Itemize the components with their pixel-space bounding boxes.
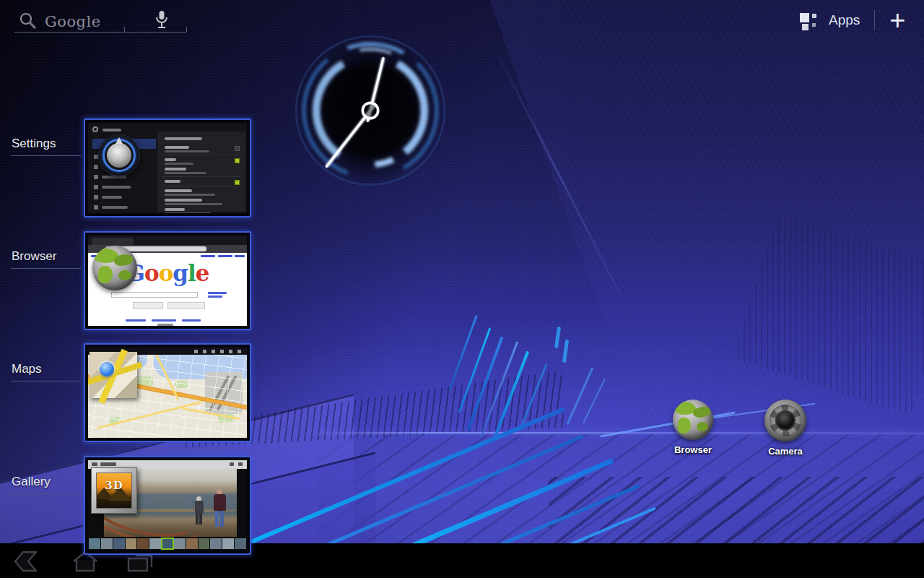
recent-underline [11,381,81,381]
apps-label: Apps [829,12,860,28]
add-widget-button[interactable]: + [889,9,905,31]
volume-knob [98,134,140,176]
gallery-app-icon: 3D [91,467,137,514]
maps-screen-preview [88,348,247,438]
underline-tick [186,27,187,32]
dock-shortcut-camera[interactable]: Camera [746,400,825,457]
settings-detail-panel [157,131,245,212]
apps-grid-icon [800,11,819,30]
back-icon [10,550,51,573]
recent-label-maps: Maps [12,362,42,376]
analog-clock-widget[interactable] [293,33,448,188]
underline-tick [124,27,125,32]
recent-thumbnail-browser[interactable]: Google [84,231,251,330]
dock-label-camera: Camera [746,446,825,457]
analog-clock-face [293,33,448,188]
google-search-widget[interactable]: Google [14,4,188,36]
dock-shortcut-browser[interactable]: Browser [653,400,733,455]
browser-globe-icon [673,400,713,440]
camera-icon [764,400,806,441]
apps-corner: Apps + [800,4,906,36]
recent-thumbnail-settings[interactable] [84,118,251,217]
honeycomb-home-screen: Google Apps + [0,0,924,578]
voice-search-button[interactable] [143,9,179,35]
search-underline [14,32,124,33]
recent-label-settings: Settings [12,137,56,151]
gallery-screen-preview: 3D [88,460,247,551]
recent-thumbnail-gallery[interactable]: 3D [84,456,251,555]
browser-globe-icon [92,246,137,290]
recent-underline [11,268,81,269]
mic-icon [155,10,168,30]
maps-app-icon [90,352,137,398]
recent-label-gallery: Gallery [12,475,51,489]
gallery-filmstrip [88,537,247,551]
browser-screen-preview: Google [88,236,247,326]
search-logo-text: Google [45,13,101,30]
settings-screen-preview [88,123,247,213]
recent-underline [11,155,81,156]
gallery-3d-label: 3D [97,479,131,492]
recent-underline [11,493,81,494]
dock-label-browser: Browser [653,444,733,455]
nav-back-button[interactable] [10,550,51,573]
apps-launcher-button[interactable]: Apps [800,11,860,30]
topbar-divider [874,10,875,30]
recent-label-browser: Browser [12,249,56,264]
search-icon [19,12,38,30]
map-pin-icon [100,362,114,376]
recent-thumbnail-maps[interactable] [84,343,251,442]
